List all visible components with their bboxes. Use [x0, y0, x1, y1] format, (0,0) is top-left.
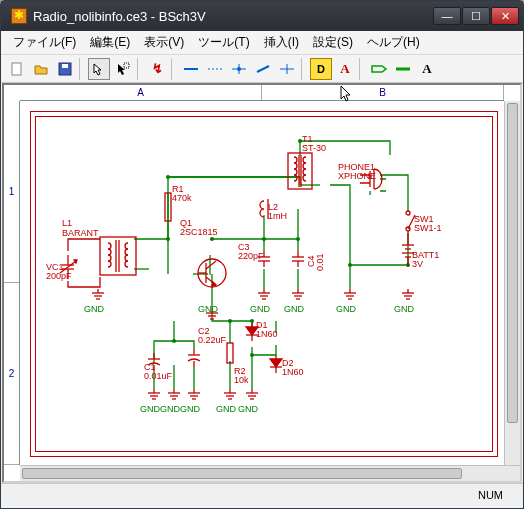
menu-tool[interactable]: ツール(T)	[192, 32, 255, 53]
label-c3v: 220pF	[238, 252, 264, 262]
menu-help[interactable]: ヘルプ(H)	[361, 32, 426, 53]
scrollbar-horizontal[interactable]	[20, 465, 520, 481]
origin-tool-button[interactable]: ↯	[146, 58, 168, 80]
scrollbar-vertical[interactable]	[504, 101, 520, 465]
label-gnd4: GND	[284, 305, 304, 315]
line-tool-button[interactable]	[392, 58, 414, 80]
ruler-vertical: 1 2	[4, 101, 20, 465]
app-window: Radio_nolibinfo.ce3 - BSch3V — ☐ ✕ ファイル(…	[0, 0, 524, 509]
app-icon	[11, 8, 27, 24]
label-gnd11: GND	[238, 405, 258, 415]
label-c4v: 0.01	[316, 253, 326, 271]
label-gnd8: GND	[160, 405, 180, 415]
svg-point-14	[166, 175, 170, 179]
label-gnd3: GND	[250, 305, 270, 315]
wire-tool-button[interactable]	[180, 58, 202, 80]
svg-rect-3	[124, 63, 129, 68]
label-vc1v: 200pF	[46, 272, 72, 282]
label-r2v: 10k	[234, 376, 249, 386]
label-l1: L1 BARANT	[62, 219, 99, 239]
label-gnd5: GND	[336, 305, 356, 315]
new-file-button[interactable]	[6, 58, 28, 80]
svg-rect-2	[62, 64, 68, 68]
menu-edit[interactable]: 編集(E)	[84, 32, 136, 53]
status-num: NUM	[478, 489, 503, 501]
svg-point-23	[250, 319, 254, 323]
junction-tool-button[interactable]	[228, 58, 250, 80]
label-c2v: 0.22uF	[198, 336, 226, 346]
svg-rect-66	[227, 343, 233, 363]
component-tool-button[interactable]: D	[310, 58, 332, 80]
ruler-horizontal: A B	[20, 85, 504, 101]
tag-tool-button[interactable]	[368, 58, 390, 80]
label-l2v: 1mH	[268, 212, 287, 222]
label-phone1v: XPHONE	[338, 172, 376, 182]
svg-rect-0	[12, 63, 21, 75]
menu-insert[interactable]: 挿入(I)	[258, 32, 305, 53]
close-button[interactable]: ✕	[491, 7, 519, 25]
label-gnd1: GND	[84, 305, 104, 315]
svg-point-43	[406, 211, 410, 215]
menubar: ファイル(F) 編集(E) 表示(V) ツール(T) 挿入(I) 設定(S) ヘ…	[1, 31, 523, 55]
label-d1v: 1N60	[256, 330, 278, 340]
label-c1v: 0.01uF	[144, 372, 172, 382]
label-batt1v: 3V	[412, 260, 423, 270]
titlebar[interactable]: Radio_nolibinfo.ce3 - BSch3V — ☐ ✕	[1, 1, 523, 31]
schematic-sheet[interactable]: T1 ST-30 PHONE1 XPHONE R1 470k L2 1mH Q1…	[24, 105, 504, 463]
statusbar: NUM	[1, 483, 523, 505]
drag-tool-button[interactable]	[112, 58, 134, 80]
svg-point-21	[172, 339, 176, 343]
select-tool-button[interactable]	[88, 58, 110, 80]
open-file-button[interactable]	[30, 58, 52, 80]
text-tool-button[interactable]: A	[416, 58, 438, 80]
svg-line-9	[257, 66, 269, 72]
menu-view[interactable]: 表示(V)	[138, 32, 190, 53]
label-d2v: 1N60	[282, 368, 304, 378]
mouse-cursor-icon	[340, 85, 354, 105]
svg-point-24	[250, 353, 254, 357]
entry-tool-button[interactable]	[252, 58, 274, 80]
minimize-button[interactable]: —	[433, 7, 461, 25]
svg-point-13	[166, 237, 170, 241]
svg-point-19	[348, 263, 352, 267]
window-title: Radio_nolibinfo.ce3 - BSch3V	[33, 9, 433, 24]
netlabel-tool-button[interactable]: A	[334, 58, 356, 80]
svg-point-8	[237, 67, 241, 71]
save-file-button[interactable]	[54, 58, 76, 80]
svg-point-17	[296, 237, 300, 241]
maximize-button[interactable]: ☐	[462, 7, 490, 25]
noconnect-tool-button[interactable]	[276, 58, 298, 80]
svg-line-33	[206, 261, 216, 269]
bus-tool-button[interactable]	[204, 58, 226, 80]
label-gnd7: GND	[140, 405, 160, 415]
schematic-drawing	[30, 111, 498, 457]
svg-rect-35	[100, 237, 136, 275]
label-gnd10: GND	[216, 405, 236, 415]
label-sw1v: SW1-1	[414, 224, 442, 234]
toolbar: ↯ D A A	[1, 55, 523, 83]
menu-settings[interactable]: 設定(S)	[307, 32, 359, 53]
label-gnd6: GND	[394, 305, 414, 315]
label-gnd2: GND	[198, 305, 218, 315]
menu-file[interactable]: ファイル(F)	[7, 32, 82, 53]
canvas[interactable]: A B 1 2	[2, 83, 522, 483]
label-t1v: ST-30	[302, 144, 326, 154]
label-gnd9: GND	[180, 405, 200, 415]
svg-point-16	[262, 237, 266, 241]
label-q1v: 2SC1815	[180, 228, 218, 238]
svg-point-22	[228, 319, 232, 323]
label-r1v: 470k	[172, 194, 192, 204]
